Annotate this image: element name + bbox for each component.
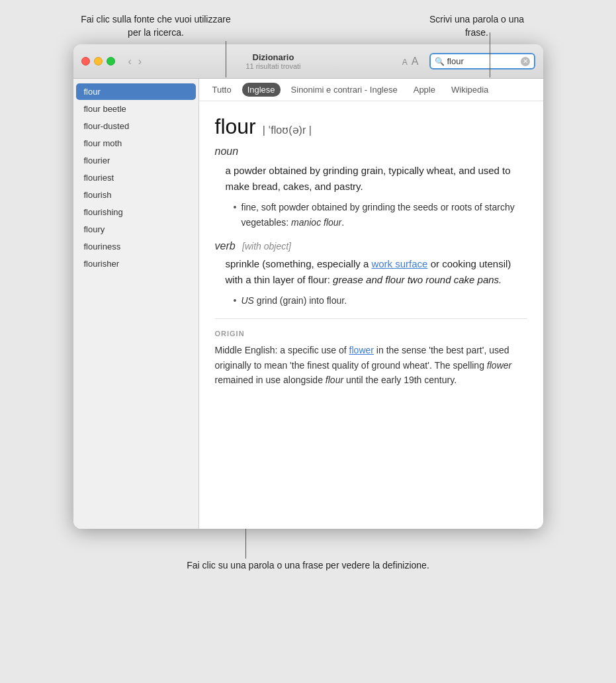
annotation-bottom: Fai clic su una parola o una frase per v…	[187, 559, 429, 572]
search-input[interactable]	[447, 56, 518, 66]
main-panel: Tutto Inglese Sinonimi e contrari - Ingl…	[199, 79, 543, 529]
tab-sinonimi[interactable]: Sinonimi e contrari - Inglese	[286, 83, 403, 97]
window-subtitle: 11 risultati trovati	[150, 62, 397, 70]
sidebar-item-flourishing[interactable]: flourishing	[76, 204, 196, 220]
word-pronunciation: | ˈfloʊ(ə)r |	[263, 124, 312, 136]
tab-wikipedia[interactable]: Wikipedia	[446, 83, 494, 97]
noun-bullet-1: fine, soft powder obtained by grinding t…	[234, 200, 527, 230]
content-area: flour flour beetle flour-dusted flour mo…	[73, 79, 543, 529]
font-large-a[interactable]: A	[412, 56, 419, 68]
verb-bullet-1: US grind (grain) into flour.	[234, 293, 527, 308]
title-area: Dizionario 11 risultati trovati	[150, 52, 397, 70]
traffic-lights	[81, 57, 115, 66]
word-header: flour | ˈfloʊ(ə)r |	[215, 114, 527, 139]
font-size-controls: A A	[402, 56, 419, 68]
pos-noun-label: noun	[215, 146, 527, 158]
pos-verb-label: verb	[215, 240, 236, 251]
pos-verb-extra: [with object]	[242, 241, 291, 251]
tab-apple[interactable]: Apple	[408, 83, 441, 97]
callout-line-source	[226, 41, 226, 77]
sidebar-item-floury[interactable]: floury	[76, 221, 196, 238]
verb-bullet-us: US	[242, 295, 254, 306]
font-small-a[interactable]: A	[402, 58, 408, 67]
search-icon: 🔍	[435, 57, 445, 66]
flower-link[interactable]: flower	[349, 345, 374, 355]
origin-italic-flour: flour	[326, 375, 343, 385]
search-clear-button[interactable]: ✕	[521, 57, 530, 66]
verb-section: verb [with object]	[215, 240, 527, 252]
tab-bar: Tutto Inglese Sinonimi e contrari - Ingl…	[199, 79, 543, 101]
callout-line-bottom	[245, 529, 246, 559]
close-button[interactable]	[81, 57, 90, 66]
dictionary-window: ‹ › Dizionario 11 risultati trovati A A …	[73, 44, 543, 529]
window-title: Dizionario	[150, 52, 397, 62]
tab-tutto[interactable]: Tutto	[207, 83, 237, 97]
origin-label: ORIGIN	[215, 330, 527, 338]
noun-bullets: fine, soft powder obtained by grinding t…	[234, 200, 527, 230]
verb-definition: sprinkle (something, especially a work s…	[226, 256, 527, 288]
search-box[interactable]: 🔍 ✕	[429, 53, 535, 69]
annotation-top-right: Scrivi una parola o una frase.	[418, 13, 537, 39]
callout-line-search	[490, 32, 490, 77]
minimize-button[interactable]	[94, 57, 103, 66]
word-title: flour	[215, 114, 256, 139]
sidebar-item-flourisher[interactable]: flourisher	[76, 255, 196, 272]
noun-definition: a powder obtained by grinding grain, typ…	[226, 163, 527, 195]
noun-bullet-italic: manioc flour	[291, 217, 341, 228]
sidebar-item-flour[interactable]: flour	[76, 83, 196, 100]
sidebar-item-flouriest[interactable]: flouriest	[76, 169, 196, 186]
sidebar-item-flour-moth[interactable]: flour moth	[76, 135, 196, 152]
titlebar: ‹ › Dizionario 11 risultati trovati A A …	[73, 44, 543, 79]
sidebar-item-flourier[interactable]: flourier	[76, 152, 196, 169]
tab-inglese[interactable]: Inglese	[242, 83, 281, 97]
definition-area: flour | ˈfloʊ(ə)r | noun a powder obtain…	[199, 101, 543, 529]
forward-button[interactable]: ›	[136, 54, 144, 69]
work-surface-link[interactable]: work surface	[371, 258, 427, 269]
sidebar-item-flour-beetle[interactable]: flour beetle	[76, 101, 196, 117]
sidebar-item-flour-dusted[interactable]: flour-dusted	[76, 118, 196, 134]
section-divider	[215, 318, 527, 319]
sidebar-item-flouriness[interactable]: flouriness	[76, 238, 196, 255]
origin-italic-flower: flower	[487, 360, 511, 371]
page-wrapper: Fai clic sulla fonte che vuoi utilizzare…	[0, 13, 616, 572]
annotation-top-left: Fai clic sulla fonte che vuoi utilizzare…	[80, 13, 232, 39]
nav-buttons: ‹ ›	[126, 54, 145, 69]
verb-bullets: US grind (grain) into flour.	[234, 293, 527, 308]
sidebar: flour flour beetle flour-dusted flour mo…	[73, 79, 199, 529]
maximize-button[interactable]	[107, 57, 115, 66]
verb-italic: grease and flour two round cake pans.	[333, 274, 502, 285]
back-button[interactable]: ‹	[126, 54, 134, 69]
sidebar-item-flourish[interactable]: flourish	[76, 187, 196, 203]
origin-text: Middle English: a specific use of flower…	[215, 343, 527, 387]
